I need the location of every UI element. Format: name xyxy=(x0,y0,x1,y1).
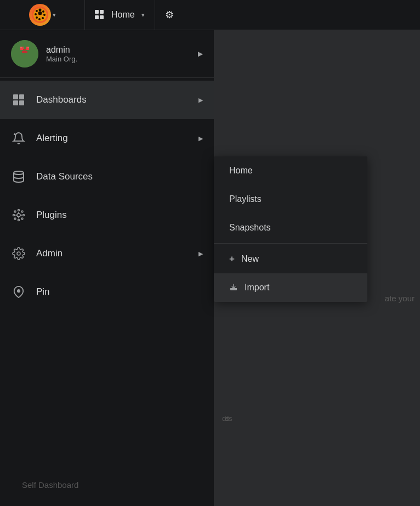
home-nav-button[interactable]: Home ▾ xyxy=(85,0,155,30)
user-profile[interactable]: admin Main Org. ▶ xyxy=(0,30,214,78)
svg-point-10 xyxy=(38,12,42,15)
avatar-image xyxy=(11,40,38,68)
grafana-logo-icon xyxy=(31,6,49,24)
sidebar-item-admin-label: Admin xyxy=(36,248,189,259)
svg-point-7 xyxy=(36,16,38,19)
sidebar-nav: Dashboards ▶ Alerting ▶ xyxy=(0,78,214,311)
user-info: admin Main Org. xyxy=(46,45,190,63)
svg-point-9 xyxy=(36,10,38,12)
submenu-playlists-label: Playlists xyxy=(229,194,262,204)
svg-rect-17 xyxy=(20,47,22,48)
submenu-divider xyxy=(214,243,367,244)
submenu-item-import[interactable]: Import xyxy=(214,273,367,302)
user-name: admin xyxy=(46,45,190,55)
grafana-logo xyxy=(29,4,51,26)
svg-point-26 xyxy=(14,171,24,175)
submenu-item-new[interactable]: + New xyxy=(214,245,367,273)
dashboard-grid-icon xyxy=(95,10,105,20)
sidebar: admin Main Org. ▶ Dashboards ▶ xyxy=(0,30,214,506)
svg-rect-16 xyxy=(22,51,27,53)
sidebar-item-plugins-label: Plugins xyxy=(36,210,203,221)
svg-point-40 xyxy=(17,252,20,255)
gear-icon: ⚙ xyxy=(165,9,174,21)
alerting-icon xyxy=(11,131,26,146)
dashboards-icon xyxy=(11,92,26,108)
admin-chevron-icon: ▶ xyxy=(198,250,203,257)
svg-rect-19 xyxy=(23,49,26,50)
svg-point-33 xyxy=(21,218,23,220)
sidebar-item-data-sources[interactable]: Data Sources xyxy=(0,158,214,196)
submenu-item-snapshots[interactable]: Snapshots xyxy=(214,213,367,242)
svg-point-28 xyxy=(18,210,20,211)
avatar xyxy=(11,40,38,68)
svg-point-35 xyxy=(14,218,16,220)
top-navbar: ▾ Home ▾ ⚙ xyxy=(0,0,420,30)
gear-button[interactable]: ⚙ xyxy=(155,0,184,30)
data-sources-icon xyxy=(11,169,26,184)
sidebar-item-data-sources-label: Data Sources xyxy=(36,171,203,182)
svg-rect-15 xyxy=(18,55,31,63)
main-area: ate your ds xyxy=(0,30,420,506)
user-chevron-icon: ▶ xyxy=(198,50,203,58)
sidebar-item-dashboards[interactable]: Dashboards ▶ xyxy=(0,81,214,119)
sidebar-item-dashboards-label: Dashboards xyxy=(36,94,189,105)
submenu-item-home[interactable]: Home xyxy=(214,156,367,185)
plus-icon: + xyxy=(229,254,235,265)
pin-icon xyxy=(11,284,26,300)
svg-point-2 xyxy=(38,9,41,12)
submenu-snapshots-label: Snapshots xyxy=(229,223,271,233)
logo-button[interactable]: ▾ xyxy=(0,0,85,30)
dashboards-submenu: Home Playlists Snapshots + New xyxy=(214,156,367,302)
sidebar-item-pin-label: Pin xyxy=(36,286,203,297)
sidebar-item-plugins[interactable]: Plugins xyxy=(0,196,214,234)
user-org: Main Org. xyxy=(46,55,190,63)
svg-rect-22 xyxy=(13,100,18,105)
submenu-home-label: Home xyxy=(229,166,253,176)
svg-point-8 xyxy=(35,13,37,15)
svg-point-6 xyxy=(38,18,41,20)
partial-bottom-text: ds xyxy=(222,414,230,423)
svg-rect-18 xyxy=(27,47,29,48)
import-download-icon xyxy=(229,283,238,291)
svg-point-41 xyxy=(17,289,20,293)
svg-point-27 xyxy=(17,213,20,217)
partial-right-text: ate your xyxy=(385,294,415,303)
sidebar-item-admin[interactable]: Admin ▶ xyxy=(0,234,214,273)
svg-point-29 xyxy=(18,220,20,221)
svg-point-31 xyxy=(23,215,25,216)
svg-point-4 xyxy=(43,14,46,16)
logo-dropdown-arrow: ▾ xyxy=(53,12,56,19)
sidebar-item-alerting[interactable]: Alerting ▶ xyxy=(0,119,214,158)
svg-rect-20 xyxy=(13,94,18,99)
download-icon xyxy=(229,283,238,293)
svg-rect-23 xyxy=(19,100,24,105)
svg-point-32 xyxy=(14,211,16,212)
home-dropdown-arrow: ▾ xyxy=(141,12,145,19)
alerting-chevron-icon: ▶ xyxy=(198,135,203,142)
dashboards-chevron-icon: ▶ xyxy=(198,97,203,104)
sidebar-item-alerting-label: Alerting xyxy=(36,133,189,144)
svg-point-30 xyxy=(13,215,15,216)
submenu-item-playlists[interactable]: Playlists xyxy=(214,185,367,213)
submenu-new-label: New xyxy=(241,254,259,264)
home-label: Home xyxy=(111,10,135,20)
svg-point-3 xyxy=(42,10,44,13)
admin-icon xyxy=(11,246,26,261)
plugins-icon xyxy=(11,207,26,223)
submenu-import-label: Import xyxy=(245,283,269,293)
sidebar-item-pin[interactable]: Pin xyxy=(0,273,214,311)
bottom-partial-text: Self Dashboard xyxy=(22,480,78,490)
svg-rect-21 xyxy=(19,94,24,99)
svg-point-5 xyxy=(42,17,44,19)
svg-point-34 xyxy=(21,211,23,212)
